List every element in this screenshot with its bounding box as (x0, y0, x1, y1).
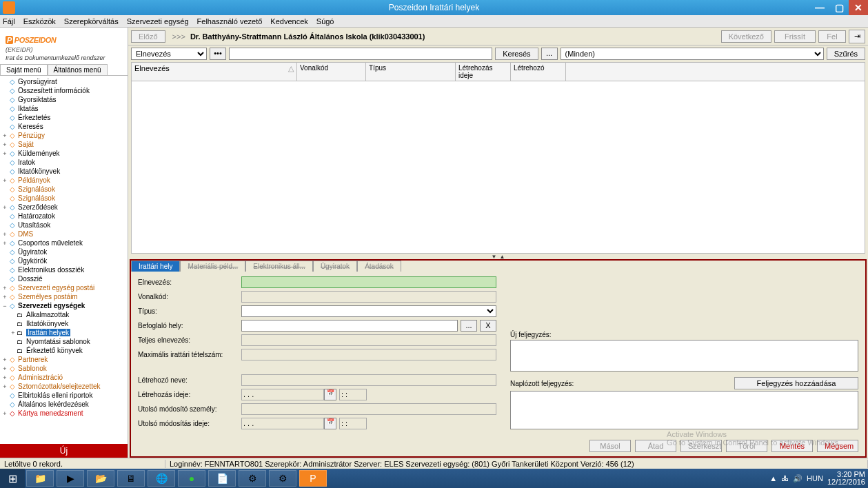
taskbar-app4-icon[interactable]: 📄 (208, 470, 236, 487)
tree-item[interactable]: Ügykörök (0, 256, 128, 265)
input-letrehozo-neve[interactable] (241, 374, 496, 386)
menu-szervezeti-egyseg[interactable]: Szervezeti egység (127, 17, 189, 26)
tree-item[interactable]: Általános lekérdezések (0, 400, 128, 409)
edit-button[interactable]: Szerkeszt (680, 440, 722, 452)
input-vonalkod[interactable] (241, 291, 496, 303)
menu-kedvencek[interactable]: Kedvencek (270, 17, 307, 26)
tree-item[interactable]: 🗀Alkalmazottak (0, 310, 128, 319)
tree-item[interactable]: Érkeztetés (0, 113, 128, 122)
tree-item[interactable]: Elektronikus dossziék (0, 265, 128, 274)
tab-irattari-hely[interactable]: Irattári hely (131, 261, 180, 272)
sidebar-new-button[interactable]: Új (0, 444, 128, 458)
tree-item[interactable]: Határozatok (0, 212, 128, 221)
grid-body[interactable] (131, 81, 865, 254)
filter-combo[interactable]: (Minden) (561, 48, 824, 60)
taskbar-app5-icon[interactable]: ⚙ (239, 470, 266, 487)
tree-item[interactable]: +Sablonok (0, 364, 128, 373)
tree-item[interactable]: 🗀Iktatókönyvek (0, 319, 128, 328)
calendar-icon-2[interactable]: 📅 (324, 418, 336, 429)
search-more-button[interactable]: ... (541, 48, 558, 60)
maximize-button[interactable]: ▢ (829, 0, 849, 15)
tree-item[interactable]: +Példányok (0, 176, 128, 185)
tree-item[interactable]: Szignálások (0, 194, 128, 203)
taskbar-explorer-icon[interactable]: 📁 (26, 470, 54, 487)
tray-flag-icon[interactable]: ▲ (769, 474, 777, 482)
taskbar-folder-icon[interactable]: 📂 (87, 470, 114, 487)
tab-ugyiratok[interactable]: Ügyiratok (313, 261, 357, 272)
tab-atadasok[interactable]: Átadások (357, 261, 401, 272)
cancel-button[interactable]: Mégsem (817, 440, 858, 452)
search-options-button[interactable]: ••• (210, 48, 226, 60)
copy-button[interactable]: Másol (589, 440, 631, 452)
input-letrehozas-time[interactable] (339, 389, 367, 400)
befoglalo-browse-button[interactable]: ... (461, 320, 477, 332)
menu-szerepkorvaltas[interactable]: Szerepkörváltás (64, 17, 119, 26)
col-elnevezes[interactable]: Elnevezés △ (132, 63, 297, 81)
tree-item[interactable]: +DMS (0, 230, 128, 238)
taskbar-app1-icon[interactable]: 🖥 (117, 470, 145, 487)
tree-item[interactable]: +Partnerek (0, 355, 128, 364)
tree-item[interactable]: +Küldemények (0, 149, 128, 158)
calendar-icon[interactable]: 📅 (324, 389, 336, 400)
delete-button[interactable]: Töröl (726, 440, 767, 452)
menu-fajl[interactable]: Fájl (3, 17, 15, 26)
tree-item[interactable]: +Sztornózottak/selejtezettek (0, 382, 128, 391)
tree-item[interactable]: Utasítások (0, 221, 128, 230)
col-vonalkod[interactable]: Vonalkód (297, 63, 366, 81)
befoglalo-clear-button[interactable]: X (480, 320, 496, 332)
input-max[interactable] (241, 349, 496, 360)
input-befoglalo[interactable] (241, 320, 458, 332)
tree-item[interactable]: 🗀Érkeztető könyvek (0, 346, 128, 355)
tree-item[interactable]: Szignálások (0, 185, 128, 194)
tree-item[interactable]: Iktatás (0, 104, 128, 113)
add-note-button[interactable]: Feljegyzés hozzáadása (734, 377, 858, 389)
col-letrehozo[interactable]: Létrehozó (511, 63, 566, 81)
tab-materialis[interactable]: Materiális péld... (180, 261, 245, 272)
input-modositas-date[interactable] (241, 418, 324, 429)
taskbar-powershell-icon[interactable]: ▶ (57, 470, 84, 487)
tree-item[interactable]: Keresés (0, 122, 128, 131)
tree-item[interactable]: Iktatókönyvek (0, 167, 128, 176)
textarea-naplozott[interactable] (510, 391, 858, 429)
tree-item[interactable]: Összesített információk (0, 86, 128, 95)
menu-felhasznalo-vezeto[interactable]: Felhasználó vezető (197, 17, 263, 26)
taskbar-poszeidon-icon[interactable]: P (299, 470, 327, 487)
tree-item[interactable]: Gyorsiktatás (0, 95, 128, 104)
sidebar-tab-general[interactable]: Általános menü (48, 64, 108, 75)
prev-button[interactable]: Előző (131, 30, 165, 43)
input-elnevezes[interactable] (241, 276, 496, 288)
tree-item[interactable]: +Adminisztráció (0, 373, 128, 382)
input-teljes[interactable] (241, 334, 496, 346)
tree-item[interactable]: 🗀Nyomtatási sablonok (0, 337, 128, 346)
textarea-uj-feljegyzes[interactable] (510, 340, 858, 372)
sidebar-tab-own[interactable]: Saját menü (0, 64, 48, 75)
tree-item[interactable]: +Saját (0, 140, 128, 149)
menu-eszkozok[interactable]: Eszközök (23, 17, 56, 26)
input-modositas-time[interactable] (339, 418, 367, 429)
filter-button[interactable]: Szűrés (827, 48, 865, 60)
search-field-combo[interactable]: Elnevezés (131, 48, 207, 60)
tree-item[interactable]: +Szervezeti egység postái (0, 283, 128, 292)
menu-sugo[interactable]: Súgó (316, 17, 334, 26)
up-button[interactable]: Fel (818, 30, 846, 43)
tree-item[interactable]: −Szervezeti egységek (0, 301, 128, 310)
tree-item[interactable]: Ügyiratok (0, 247, 128, 256)
taskbar-app3-icon[interactable]: ● (178, 470, 205, 487)
col-letrehozas-ideje[interactable]: Létrehozás ideje (456, 63, 511, 81)
input-letrehozas-date[interactable] (241, 389, 324, 400)
input-modosito[interactable] (241, 403, 496, 415)
transfer-button[interactable]: Átad (635, 440, 676, 452)
tree-item[interactable]: +Csoportos műveletek (0, 238, 128, 247)
next-button[interactable]: Következő (721, 30, 771, 43)
tray-clock[interactable]: 3:20 PM 12/12/2016 (827, 471, 865, 486)
search-button[interactable]: Keresés (495, 48, 538, 60)
tab-elektronikus[interactable]: Elektronikus áll... (245, 261, 313, 272)
splitter[interactable]: ▼▲ (128, 254, 868, 259)
tree-item[interactable]: +Kártya menedzsment (0, 409, 128, 418)
start-button[interactable]: ⊞ (0, 469, 25, 488)
tree-item[interactable]: Elbirtoklás elleni riportok (0, 391, 128, 400)
tray-lang[interactable]: HUN (807, 474, 823, 482)
col-tipus[interactable]: Típus (366, 63, 456, 81)
refresh-button[interactable]: Frissít (774, 30, 816, 43)
select-tipus[interactable] (241, 305, 496, 317)
